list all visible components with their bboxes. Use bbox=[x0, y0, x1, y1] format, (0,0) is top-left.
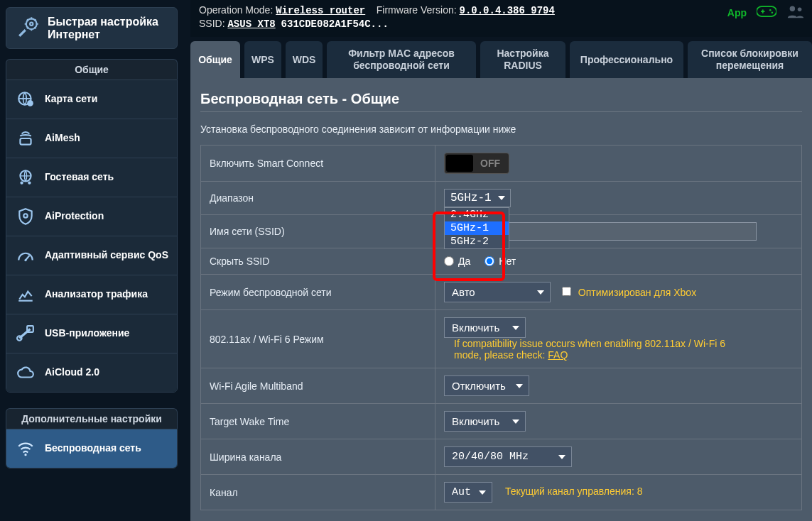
radio-no-label: Нет bbox=[499, 256, 516, 267]
sidebar-item-label: Анализатор трафика bbox=[45, 289, 148, 300]
hide-ssid-label: Скрыть SSID bbox=[201, 248, 435, 275]
band-select[interactable]: 5GHz-1 bbox=[444, 189, 511, 207]
sidebar-item-wireless[interactable]: Беспроводная сеть bbox=[6, 429, 177, 468]
wifi-icon bbox=[15, 439, 36, 458]
title-divider bbox=[200, 111, 802, 112]
tab-general[interactable]: Общие bbox=[190, 41, 240, 78]
band-dropdown-menu: 2.4GHz 5GHz-1 5GHz-2 bbox=[444, 207, 509, 249]
svg-point-14 bbox=[772, 11, 774, 13]
hide-ssid-no-radio[interactable] bbox=[485, 256, 494, 266]
ssid-field-label: Имя сети (SSID) bbox=[201, 215, 435, 248]
operation-mode-link[interactable]: Wireless router bbox=[276, 5, 365, 16]
page-header: Operation Mode: Wireless router Firmware… bbox=[190, 0, 812, 37]
row-smart-connect: Включить Smart Connect OFF bbox=[201, 146, 802, 182]
row-wireless-mode: Режим беспроводной сети Авто Оптимизиров… bbox=[201, 275, 802, 310]
band-option-5ghz-1[interactable]: 5GHz-1 bbox=[445, 221, 509, 235]
wireless-settings-table: Включить Smart Connect OFF Диапазон 5GHz… bbox=[200, 145, 802, 510]
sidebar-item-aicloud[interactable]: AiCloud 2.0 bbox=[6, 353, 177, 392]
wifi6-select[interactable]: Включить bbox=[444, 317, 526, 338]
channel-width-label: Ширина канала bbox=[201, 439, 435, 475]
page-title: Беспроводная сеть - Общие bbox=[200, 91, 802, 107]
svg-rect-4 bbox=[20, 138, 31, 145]
globe-pin-icon bbox=[15, 90, 36, 109]
content-pane: Беспроводная сеть - Общие Установка бесп… bbox=[190, 78, 812, 521]
sidebar-group-general: Карта сети AiMesh Гостевая сеть AiProtec… bbox=[6, 79, 178, 393]
row-agile-multiband: Wi-Fi Agile Multiband Отключить bbox=[201, 368, 802, 404]
sidebar-item-label: Гостевая сеть bbox=[45, 172, 114, 182]
smart-connect-toggle[interactable]: OFF bbox=[444, 153, 509, 174]
cloud-icon bbox=[15, 363, 36, 382]
sidebar-item-label: Беспроводная сеть bbox=[45, 443, 141, 454]
twt-select[interactable]: Включить bbox=[444, 411, 526, 432]
guest-network-icon[interactable] bbox=[786, 4, 805, 21]
band-option-2-4ghz[interactable]: 2.4GHz bbox=[445, 208, 509, 221]
firmware-label: Firmware Version: bbox=[377, 4, 457, 16]
sidebar-item-label: USB-приложение bbox=[45, 328, 129, 339]
sidebar-item-usb-app[interactable]: USB-приложение bbox=[6, 314, 177, 353]
tab-wds[interactable]: WDS bbox=[286, 41, 323, 78]
band-option-5ghz-2[interactable]: 5GHz-2 bbox=[445, 235, 509, 248]
app-link[interactable]: App bbox=[727, 7, 747, 18]
sidebar-item-adaptive-qos[interactable]: Адаптивный сервис QoS bbox=[6, 236, 177, 275]
agile-label: Wi-Fi Agile Multiband bbox=[201, 368, 435, 404]
wifi6-help-text: If compatibility issue occurs when enabl… bbox=[454, 338, 752, 361]
firmware-version-link[interactable]: 9.0.0.4.386_9794 bbox=[459, 5, 554, 16]
svg-point-13 bbox=[769, 9, 772, 11]
hide-ssid-yes-radio[interactable] bbox=[444, 256, 454, 266]
gauge-icon bbox=[15, 246, 36, 265]
xbox-optimized-checkbox[interactable] bbox=[562, 287, 571, 296]
channel-select[interactable]: Auto bbox=[444, 482, 492, 503]
svg-point-12 bbox=[24, 454, 26, 456]
row-band: Диапазон 5GHz-1 2.4GHz 5GHz-1 5GHz-2 bbox=[201, 182, 802, 215]
tab-mac-filter[interactable]: Фильтр MAC адресов беспроводной сети bbox=[327, 41, 476, 78]
wifi6-label: 802.11ax / Wi-Fi 6 Режим bbox=[201, 310, 435, 368]
svg-point-16 bbox=[798, 7, 802, 11]
sidebar: Быстрая настройка Интернет Общие Карта с… bbox=[0, 0, 182, 521]
globe-people-icon bbox=[15, 168, 36, 187]
current-channel-note: Текущий канал управления: 8 bbox=[505, 486, 643, 497]
operation-mode-label: Operation Mode: bbox=[199, 4, 273, 16]
row-twt: Target Wake Time Включить bbox=[201, 404, 802, 439]
wifi6-faq-link[interactable]: FAQ bbox=[548, 349, 568, 361]
gamepad-icon[interactable] bbox=[757, 4, 776, 21]
ssid-label: SSID: bbox=[199, 18, 225, 29]
svg-point-7 bbox=[28, 181, 31, 184]
svg-point-9 bbox=[24, 259, 26, 261]
sidebar-item-traffic-analyzer[interactable]: Анализатор трафика bbox=[6, 275, 177, 314]
toggle-knob bbox=[446, 155, 473, 172]
tab-wps[interactable]: WPS bbox=[244, 41, 281, 78]
quick-setup-label: Быстрая настройка Интернет bbox=[48, 16, 170, 41]
agile-select[interactable]: Отключить bbox=[444, 375, 529, 396]
channel-width-select[interactable]: 20/40/80 MHz bbox=[444, 446, 572, 467]
wireless-mode-label: Режим беспроводной сети bbox=[201, 275, 435, 310]
sidebar-item-label: Карта сети bbox=[45, 94, 97, 104]
tab-radius[interactable]: Настройка RADIUS bbox=[480, 41, 565, 78]
sidebar-header-advanced: Дополнительные настройки bbox=[6, 408, 178, 429]
band-select-wrapper: 5GHz-1 2.4GHz 5GHz-1 5GHz-2 bbox=[444, 189, 511, 207]
svg-point-15 bbox=[790, 6, 795, 11]
channel-label: Канал bbox=[201, 475, 435, 510]
page-description: Установка беспроводного соединения завис… bbox=[200, 124, 802, 135]
sidebar-header-general: Общие bbox=[6, 59, 178, 79]
tab-professional[interactable]: Профессионально bbox=[570, 41, 683, 78]
sidebar-item-guest-network[interactable]: Гостевая сеть bbox=[6, 158, 177, 197]
sidebar-item-aiprotection[interactable]: AiProtection bbox=[6, 197, 177, 236]
usb-icon bbox=[15, 324, 36, 343]
sidebar-item-network-map[interactable]: Карта сети bbox=[6, 80, 177, 119]
tab-roaming-block[interactable]: Список блокировки перемещения bbox=[688, 41, 812, 78]
row-hide-ssid: Скрыть SSID Да Нет bbox=[201, 248, 802, 275]
wireless-mode-select[interactable]: Авто bbox=[444, 282, 551, 302]
band-label: Диапазон bbox=[201, 182, 435, 215]
svg-point-1 bbox=[30, 23, 33, 26]
sidebar-group-advanced: Беспроводная сеть bbox=[6, 429, 178, 468]
quick-internet-setup[interactable]: Быстрая настройка Интернет bbox=[6, 7, 178, 49]
ssid-link[interactable]: ASUS_XT8 bbox=[227, 18, 275, 30]
row-channel-width: Ширина канала 20/40/80 MHz bbox=[201, 439, 802, 475]
sidebar-item-label: Адаптивный сервис QoS bbox=[45, 250, 168, 260]
shield-icon bbox=[15, 207, 36, 226]
gear-wrench-icon bbox=[16, 15, 40, 41]
xbox-optimized-label: Оптимизирован для Xbox bbox=[578, 287, 696, 298]
svg-point-6 bbox=[20, 181, 23, 184]
smart-connect-label: Включить Smart Connect bbox=[201, 146, 435, 182]
sidebar-item-aimesh[interactable]: AiMesh bbox=[6, 119, 177, 158]
